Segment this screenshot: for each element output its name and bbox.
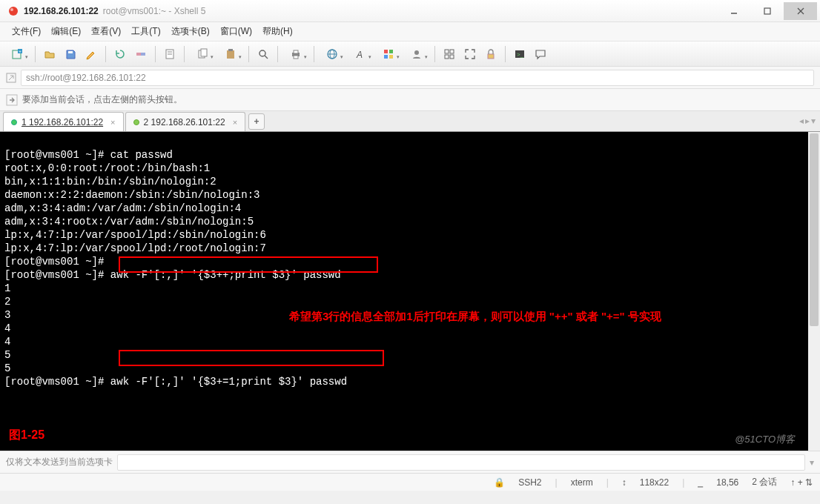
close-button[interactable] — [784, 2, 817, 20]
hint-text: 要添加当前会话，点击左侧的箭头按钮。 — [22, 93, 182, 106]
layout-icon[interactable] — [440, 45, 458, 63]
menu-file[interactable]: 文件(F) — [7, 23, 45, 40]
tabs-scroll-left-icon[interactable]: ◂ — [799, 116, 804, 126]
terminal-content: [root@vms001 ~]# cat passwd root:x,0:0:r… — [4, 149, 347, 388]
svg-text:A: A — [356, 50, 363, 60]
status-proto-icon: 🔒 — [494, 477, 505, 488]
edit-icon[interactable] — [82, 45, 100, 63]
svg-line-20 — [265, 56, 268, 59]
svg-text:+: + — [19, 49, 22, 53]
svg-rect-10 — [136, 53, 141, 56]
tab-2-close-icon[interactable]: × — [233, 118, 237, 127]
terminal-pane[interactable]: [root@vms001 ~]# cat passwd root:x,0:0:r… — [0, 132, 820, 451]
hint-arrow-icon[interactable] — [6, 94, 18, 106]
svg-rect-37 — [488, 54, 494, 59]
color-icon[interactable]: ▾ — [376, 45, 401, 63]
font-icon[interactable]: A▾ — [348, 45, 373, 63]
open-icon[interactable] — [41, 45, 59, 63]
address-url: ssh://root@192.168.26.101:22 — [26, 73, 146, 83]
svg-rect-36 — [450, 55, 454, 59]
paste-icon[interactable]: ▾ — [218, 45, 243, 63]
new-session-icon[interactable]: +▾ — [4, 45, 30, 63]
status-size: 118x22 — [640, 477, 669, 488]
command-icon[interactable]: >_ — [511, 45, 529, 63]
svg-rect-16 — [201, 49, 207, 56]
print-icon[interactable]: ▾ — [283, 45, 308, 63]
menu-edit[interactable]: 编辑(E) — [47, 23, 85, 40]
scrollbar-thumb[interactable] — [810, 133, 819, 326]
svg-rect-35 — [445, 55, 449, 59]
copy-icon[interactable]: ▾ — [190, 45, 215, 63]
status-size-icon: ↕ — [622, 477, 626, 488]
menu-window[interactable]: 窗口(W) — [216, 23, 257, 40]
svg-rect-31 — [389, 55, 393, 59]
find-icon[interactable] — [254, 45, 272, 63]
hint-bar: 要添加当前会话，点击左侧的箭头按钮。 — [0, 89, 820, 111]
send-placeholder: 仅将文本发送到当前选项卡 — [6, 456, 113, 468]
status-term: xterm — [571, 477, 593, 488]
tab-status-icon — [11, 119, 17, 125]
menu-tabs[interactable]: 选项卡(B) — [167, 23, 214, 40]
lock-icon[interactable] — [482, 45, 500, 63]
svg-rect-3 — [764, 8, 770, 14]
watermark-text: @51CTO博客 — [735, 433, 795, 446]
maximize-button[interactable] — [750, 2, 784, 20]
annotation-text: 希望第3行的信息全部加1后打印在屏幕，则可以使用 "++" 或者 "+=" 号实… — [289, 310, 808, 323]
send-dropdown-icon[interactable]: ▾ — [810, 457, 814, 468]
svg-rect-34 — [450, 50, 454, 53]
svg-rect-23 — [294, 56, 298, 59]
chat-icon[interactable] — [532, 45, 549, 63]
svg-rect-30 — [384, 55, 388, 59]
svg-point-19 — [259, 50, 265, 56]
menu-help[interactable]: 帮助(H) — [258, 23, 297, 40]
address-bar: ssh://root@192.168.26.101:22 — [0, 67, 820, 89]
user-icon[interactable]: ▾ — [404, 45, 429, 63]
tabs-scroll-controls: ◂ ▸ ▾ — [799, 116, 816, 126]
window-title-ip: 192.168.26.101:22 — [24, 6, 99, 16]
send-input[interactable] — [117, 454, 805, 471]
terminal-scrollbar[interactable] — [808, 132, 820, 451]
tab-add-button[interactable]: + — [248, 113, 265, 130]
status-extra: ↑ + ⇅ — [790, 477, 813, 488]
fullscreen-icon[interactable] — [461, 45, 479, 63]
menu-view[interactable]: 查看(V) — [87, 23, 125, 40]
svg-rect-29 — [389, 50, 393, 53]
tab-status-icon — [133, 119, 139, 125]
tab-session-2[interactable]: 2 192.168.26.101:22 × — [125, 112, 246, 131]
minimize-button[interactable] — [717, 2, 750, 20]
svg-rect-22 — [294, 50, 298, 53]
toolbar: +▾ ▾ ▾ ▾ ▾ A▾ ▾ ▾ >_ — [0, 42, 820, 67]
save-icon[interactable] — [62, 45, 79, 63]
reconnect-icon[interactable] — [111, 45, 129, 63]
address-launch-icon[interactable] — [6, 73, 16, 83]
svg-point-0 — [9, 7, 18, 16]
svg-point-32 — [414, 50, 419, 55]
title-bar: 192.168.26.101:22 root@vms001:~ - Xshell… — [0, 0, 820, 22]
menu-bar: 文件(F) 编辑(E) 查看(V) 工具(T) 选项卡(B) 窗口(W) 帮助(… — [0, 22, 820, 42]
status-pos-icon: ⎯ — [698, 477, 703, 488]
svg-rect-28 — [384, 50, 388, 53]
figure-label: 图1-25 — [9, 428, 44, 442]
svg-rect-9 — [68, 51, 73, 53]
window-title-sub: root@vms001:~ - Xshell 5 — [103, 6, 206, 16]
send-bar: 仅将文本发送到当前选项卡 ▾ — [0, 451, 820, 473]
svg-point-1 — [10, 8, 13, 11]
menu-tools[interactable]: 工具(T) — [127, 23, 165, 40]
status-pos: 18,56 — [716, 477, 738, 488]
tabs-scroll-right-icon[interactable]: ▸ — [805, 116, 810, 126]
tab-1-label: 1 192.168.26.101:22 — [22, 117, 103, 127]
svg-rect-11 — [141, 53, 145, 56]
status-sessions: 2 会话 — [752, 476, 777, 488]
tabs-menu-icon[interactable]: ▾ — [811, 116, 816, 126]
tab-1-close-icon[interactable]: × — [110, 118, 115, 127]
status-proto: SSH2 — [518, 477, 541, 488]
address-field[interactable]: ssh://root@192.168.26.101:22 — [21, 70, 814, 86]
tab-session-1[interactable]: 1 192.168.26.101:22 × — [3, 112, 124, 131]
disconnect-icon[interactable] — [132, 45, 150, 63]
tabs-bar: 1 192.168.26.101:22 × 2 192.168.26.101:2… — [0, 111, 820, 132]
highlight-box-2 — [119, 350, 384, 366]
tab-2-label: 2 192.168.26.101:22 — [144, 117, 225, 127]
svg-rect-18 — [228, 49, 233, 51]
properties-icon[interactable] — [161, 45, 179, 63]
globe-icon[interactable]: ▾ — [320, 45, 345, 63]
